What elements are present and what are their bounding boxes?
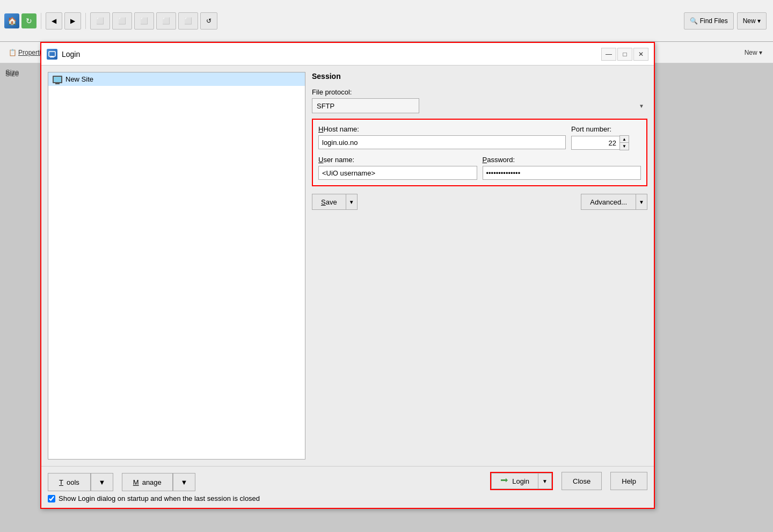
new-button-toolbar[interactable]: New ▾ bbox=[737, 12, 767, 30]
port-spinner: ▲ ▼ bbox=[619, 135, 629, 150]
advanced-split-btn: Advanced... ▼ bbox=[581, 194, 647, 210]
host-port-row: HHost name: Port number: ▲ ▼ bbox=[318, 125, 641, 150]
login-icon: ⮕ bbox=[500, 476, 509, 486]
find-files-label: Find Files bbox=[700, 17, 728, 25]
footer-btn-row: Tools ▼ Manage ▼ ⮕ Login ▼ Close bbox=[48, 472, 647, 490]
host-name-input[interactable] bbox=[318, 135, 566, 149]
login-dropdown-arrow[interactable]: ▼ bbox=[538, 473, 552, 489]
port-input-wrapper: ▲ ▼ bbox=[571, 135, 641, 150]
new-site-label: New Site bbox=[65, 75, 93, 83]
dialog-titlebar: Login — □ ✕ bbox=[41, 43, 654, 65]
advanced-button[interactable]: Advanced... bbox=[581, 194, 636, 210]
svg-rect-0 bbox=[49, 52, 55, 56]
pass-group: Password: bbox=[483, 156, 641, 180]
advanced-dropdown-arrow[interactable]: ▼ bbox=[636, 194, 647, 210]
login-button[interactable]: ⮕ Login bbox=[491, 473, 538, 489]
session-label: Session bbox=[312, 72, 647, 81]
toolbar-separator-2 bbox=[85, 13, 86, 29]
dialog-body: New Site Session File protocol: SFTP FTP… bbox=[41, 65, 654, 466]
toolbar-btn-6[interactable]: ↺ bbox=[200, 12, 217, 30]
find-files-button[interactable]: 🔍 Find Files bbox=[684, 12, 734, 30]
tools-dropdown-arrow[interactable]: ▼ bbox=[91, 473, 113, 491]
toolbar-separator-1 bbox=[41, 13, 41, 29]
dialog-title-icon bbox=[47, 49, 57, 60]
manage-dropdown-arrow[interactable]: ▼ bbox=[173, 473, 195, 491]
forward-button[interactable]: ▶ bbox=[64, 12, 81, 30]
port-number-label: Port number: bbox=[571, 125, 641, 133]
close-btn-label: Close bbox=[573, 477, 590, 485]
password-label: Password: bbox=[483, 156, 641, 164]
host-port-box: HHost name: Port number: ▲ ▼ bbox=[312, 119, 647, 186]
protocol-select-wrapper: SFTP FTP SCP WebDAV S3 ▼ bbox=[312, 98, 647, 113]
file-protocol-label: File protocol: bbox=[312, 88, 647, 96]
refresh-icon: ↻ bbox=[21, 13, 37, 28]
close-window-button[interactable]: ✕ bbox=[633, 48, 648, 61]
new-toolbar-label: New ▾ bbox=[743, 17, 761, 25]
close-button[interactable]: Close bbox=[561, 472, 602, 490]
minimize-button[interactable]: — bbox=[601, 48, 616, 61]
help-label: Help bbox=[622, 477, 636, 485]
monitor-icon bbox=[53, 76, 62, 83]
user-group: User name: bbox=[318, 156, 477, 180]
session-panel: Session File protocol: SFTP FTP SCP WebD… bbox=[312, 72, 647, 460]
file-protocol-select[interactable]: SFTP FTP SCP WebDAV S3 bbox=[312, 98, 419, 113]
properties-icon: 📋 bbox=[9, 49, 17, 56]
password-input[interactable] bbox=[483, 166, 641, 180]
port-spinner-down[interactable]: ▼ bbox=[620, 143, 629, 150]
new-tb2-right-button[interactable]: New ▾ bbox=[740, 47, 767, 59]
dialog-window-controls: — □ ✕ bbox=[601, 48, 648, 61]
host-group: HHost name: bbox=[318, 125, 566, 149]
save-dropdown-arrow[interactable]: ▼ bbox=[346, 194, 358, 210]
port-group: Port number: ▲ ▼ bbox=[571, 125, 641, 150]
save-split-btn: Save ▼ bbox=[312, 194, 358, 210]
toolbar-btn-4[interactable]: ⬜ bbox=[156, 12, 176, 30]
maximize-button[interactable]: □ bbox=[617, 48, 632, 61]
user-pass-row: User name: Password: bbox=[318, 156, 641, 180]
help-button[interactable]: Help bbox=[610, 472, 647, 490]
main-toolbar: 🏠 ↻ ◀ ▶ ⬜ ⬜ ⬜ ⬜ ⬜ ↺ 🔍 Find Files New ▾ bbox=[0, 0, 773, 42]
new-site-item[interactable]: New Site bbox=[48, 72, 305, 86]
manage-button[interactable]: Manage bbox=[122, 473, 173, 491]
login-dialog: Login — □ ✕ New Site Session File protoc… bbox=[40, 42, 655, 509]
show-login-checkbox-label: Show Login dialog on startup and when th… bbox=[59, 494, 260, 502]
home-icon: 🏠 bbox=[4, 13, 19, 28]
file-protocol-group: File protocol: SFTP FTP SCP WebDAV S3 ▼ bbox=[312, 88, 647, 113]
port-spinner-up[interactable]: ▲ bbox=[620, 136, 629, 143]
login-split-btn: ⮕ Login ▼ bbox=[490, 472, 553, 490]
svg-rect-2 bbox=[50, 57, 54, 57]
checkbox-row: Show Login dialog on startup and when th… bbox=[48, 494, 647, 502]
tools-button[interactable]: Tools bbox=[48, 473, 91, 491]
toolbar-right: 🔍 Find Files New ▾ bbox=[684, 12, 767, 30]
port-number-input[interactable] bbox=[571, 136, 619, 150]
user-name-input[interactable] bbox=[318, 166, 477, 180]
host-name-label: HHost name: bbox=[318, 125, 566, 133]
toolbar-btn-5[interactable]: ⬜ bbox=[178, 12, 198, 30]
dialog-footer: Tools ▼ Manage ▼ ⮕ Login ▼ Close bbox=[41, 466, 654, 508]
dialog-title-text: Login bbox=[62, 50, 601, 59]
save-button[interactable]: Save bbox=[312, 194, 346, 210]
new-tb2-right-label: New ▾ bbox=[745, 49, 762, 56]
site-tree-panel: New Site bbox=[48, 72, 305, 460]
search-icon: 🔍 bbox=[690, 17, 698, 25]
login-label: Login bbox=[512, 477, 529, 485]
manage-split-btn: Manage ▼ bbox=[122, 473, 195, 489]
user-name-label: User name: bbox=[318, 156, 477, 164]
show-login-checkbox[interactable] bbox=[48, 495, 55, 502]
toolbar-btn-1[interactable]: ⬜ bbox=[90, 12, 110, 30]
back-button[interactable]: ◀ bbox=[46, 12, 62, 30]
tools-split-btn: Tools ▼ bbox=[48, 473, 113, 489]
chevron-down-icon: ▼ bbox=[639, 103, 644, 109]
toolbar-btn-2[interactable]: ⬜ bbox=[112, 12, 132, 30]
action-btns-row: Save ▼ Advanced... ▼ bbox=[312, 194, 647, 210]
site-tree[interactable]: New Site bbox=[48, 72, 305, 460]
size-label-bg: Size bbox=[5, 70, 19, 78]
toolbar-btn-3[interactable]: ⬜ bbox=[134, 12, 154, 30]
